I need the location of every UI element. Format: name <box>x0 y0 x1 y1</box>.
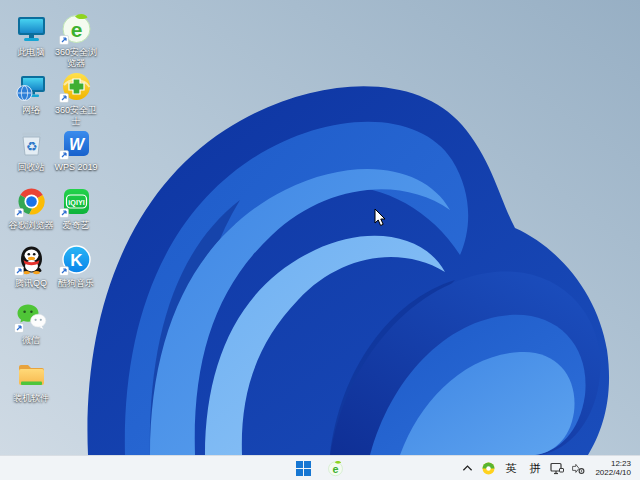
shortcut-arrow-icon <box>59 266 69 276</box>
windows-logo-icon <box>296 461 311 476</box>
clock-time: 12:23 <box>595 459 631 469</box>
svg-text:e: e <box>70 18 82 41</box>
icon-label: 360安全卫士 <box>52 105 100 127</box>
desktop-icon-qq[interactable]: 腾讯QQ <box>7 243 55 289</box>
shortcut-arrow-icon <box>14 266 24 276</box>
taskbar-360-browser-button[interactable]: e <box>324 457 347 479</box>
icon-label: 酷狗音乐 <box>58 278 94 289</box>
tray-settings-gear-icon[interactable] <box>568 457 588 479</box>
icon-label: 此电脑 <box>18 47 45 58</box>
shortcut-arrow-icon <box>14 208 24 218</box>
svg-text:K: K <box>70 251 83 270</box>
desktop-icon-software-folder[interactable]: 装机软件 <box>7 358 55 404</box>
folder-icon <box>15 358 48 391</box>
360-browser-icon: e <box>327 460 344 477</box>
desktop-icon-360-browser[interactable]: e 360安全浏览器 <box>52 12 100 69</box>
tray-network-icon[interactable] <box>547 457 567 479</box>
taskbar-center-icons: e <box>293 456 347 480</box>
taskbar: e 英 拼 <box>0 455 640 480</box>
taskbar-clock[interactable]: 12:23 2022/4/10 <box>589 457 636 479</box>
shortcut-arrow-icon <box>14 323 24 333</box>
icon-label: 回收站 <box>18 162 45 173</box>
shortcut-arrow-icon <box>59 93 69 103</box>
desktop-icon-chrome[interactable]: 谷歌浏览器 <box>7 185 55 231</box>
icon-label: 装机软件 <box>13 393 49 404</box>
desktop-icon-wechat[interactable]: 微信 <box>7 300 55 346</box>
desktop-icon-iqiyi[interactable]: iQIYI 爱奇艺 <box>52 185 100 231</box>
network-icon <box>15 70 48 103</box>
icon-label: 360安全浏览器 <box>52 47 100 69</box>
svg-text:W: W <box>68 136 85 153</box>
this-pc-icon <box>15 12 48 45</box>
svg-text:iQIYI: iQIYI <box>68 198 84 207</box>
start-button[interactable] <box>293 457 314 479</box>
tray-chevron-up-icon[interactable] <box>457 457 477 479</box>
ime-mode-indicator[interactable]: 拼 <box>523 457 546 479</box>
desktop-icon-network[interactable]: 网络 <box>7 70 55 116</box>
svg-text:♻: ♻ <box>25 139 37 154</box>
desktop-icon-kugou[interactable]: K 酷狗音乐 <box>52 243 100 289</box>
svg-text:e: e <box>332 462 338 474</box>
desktop-icon-recycle-bin[interactable]: ♻ 回收站 <box>7 127 55 173</box>
shortcut-arrow-icon <box>59 150 69 160</box>
clock-date: 2022/4/10 <box>595 468 631 478</box>
shortcut-arrow-icon <box>59 35 69 45</box>
icon-label: 腾讯QQ <box>15 278 47 289</box>
shortcut-arrow-icon <box>59 208 69 218</box>
ime-language-indicator[interactable]: 英 <box>499 457 522 479</box>
icon-label: WPS 2019 <box>54 162 97 173</box>
icon-label: 网络 <box>22 105 40 116</box>
desktop-icon-this-pc[interactable]: 此电脑 <box>7 12 55 58</box>
desktop-area[interactable]: 此电脑 e 360安全浏览器 <box>0 0 640 455</box>
desktop-icon-wps[interactable]: W WPS 2019 <box>52 127 100 173</box>
recycle-bin-icon: ♻ <box>15 127 48 160</box>
icon-label: 微信 <box>22 335 40 346</box>
icon-label: 谷歌浏览器 <box>9 220 54 231</box>
windows-desktop: 此电脑 e 360安全浏览器 <box>0 0 640 480</box>
system-tray: 英 拼 12:23 2022/4/ <box>457 456 640 480</box>
desktop-icon-360-security[interactable]: 360安全卫士 <box>52 70 100 127</box>
icon-label: 爱奇艺 <box>63 220 90 231</box>
tray-360-security-icon[interactable] <box>478 457 498 479</box>
